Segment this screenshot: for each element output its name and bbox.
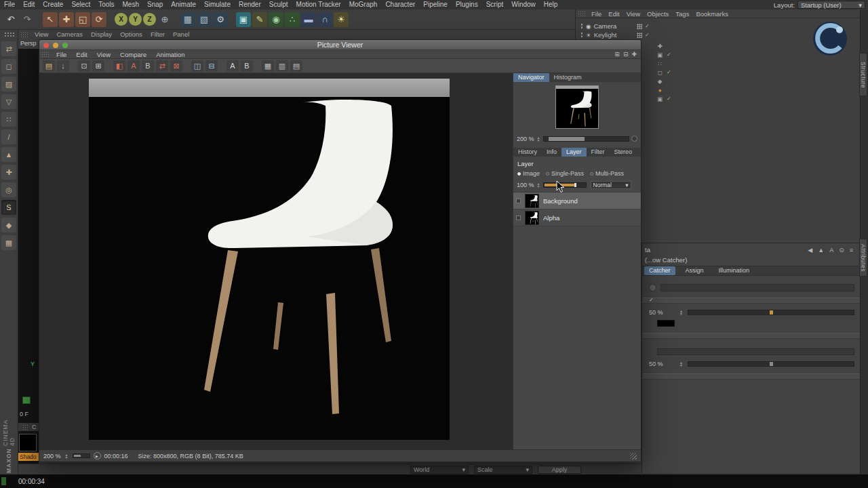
material-manager-menu[interactable]: C — [18, 423, 39, 431]
search-icon[interactable]: ⊙ — [839, 247, 844, 253]
status-stepper-icon[interactable]: ▲▼ — [64, 453, 69, 459]
workplane-lock-icon[interactable]: ◆ — [1, 218, 16, 232]
app-menu-item[interactable]: Render — [235, 0, 265, 9]
layout-rows-icon[interactable]: ▥ — [276, 60, 288, 72]
tag-state-icon[interactable]: ✓ — [667, 96, 671, 102]
object-manager-menu-item[interactable]: Objects — [644, 9, 672, 18]
tag-icon[interactable]: ✚ — [656, 43, 663, 49]
navigator-thumbnail[interactable] — [555, 85, 599, 129]
visibility-dots-icon[interactable] — [580, 32, 583, 38]
apply-button[interactable]: Apply — [538, 466, 581, 474]
app-menu-item[interactable]: Pipeline — [419, 0, 452, 9]
swap-ab-icon[interactable]: ⇄ — [156, 60, 168, 72]
visibility-dots-icon[interactable] — [580, 23, 583, 29]
app-menu-item[interactable]: Sculpt — [265, 0, 292, 9]
palette-grip[interactable] — [4, 32, 14, 37]
axis-y-lock-button[interactable]: Y — [129, 13, 142, 26]
app-menu-item[interactable]: Script — [482, 0, 508, 9]
object-manager-menu-item[interactable]: View — [623, 9, 644, 18]
opacity-slider-1[interactable] — [688, 310, 854, 315]
viewport-menu-item[interactable]: Panel — [169, 30, 193, 39]
pass-mode-option[interactable]: Single-Pass — [546, 170, 584, 177]
clear-compare-icon[interactable]: ⊠ — [170, 60, 182, 72]
arrange-icon[interactable]: A — [829, 247, 833, 253]
tag-state-icon[interactable]: ✓ — [667, 69, 671, 75]
vertical-tab-attributes[interactable]: Attributes — [859, 239, 867, 277]
object-manager-menu-item[interactable]: Tags — [672, 9, 692, 18]
polygons-mode-icon[interactable]: ▲ — [1, 147, 16, 162]
app-menu-item[interactable]: Mesh — [119, 0, 143, 9]
layer-row[interactable]: Background — [513, 192, 641, 209]
render-region-icon[interactable]: ▧ — [197, 12, 212, 27]
coordinate-mode-select[interactable]: Scale ▾ — [474, 466, 532, 474]
viewport-solo-icon[interactable]: ◎ — [1, 182, 16, 197]
color-swatch[interactable] — [657, 320, 675, 327]
toolbar-icon[interactable] — [108, 12, 113, 27]
app-menu-item[interactable]: Help — [540, 0, 562, 9]
opacity-value-2[interactable]: 50 % — [649, 361, 675, 367]
edges-mode-icon[interactable]: / — [1, 129, 16, 144]
pen-spline-icon[interactable]: ✎ — [252, 12, 267, 27]
layout-select[interactable]: Startup (User) ▾ — [797, 1, 865, 9]
attribute-tab[interactable]: Catcher — [644, 266, 675, 275]
fit-to-view-icon[interactable]: ⊡ — [78, 60, 90, 72]
viewport-menu-item[interactable]: Options — [116, 30, 146, 39]
tag-icon[interactable]: ◆ — [656, 78, 663, 85]
tag-icon[interactable]: ▣ — [656, 52, 663, 58]
info-tab[interactable]: Filter — [587, 148, 610, 157]
save-image-icon[interactable]: ↓ — [57, 60, 69, 72]
app-menu-item[interactable]: Tools — [94, 0, 118, 9]
tag-icon[interactable]: ◻ — [656, 69, 663, 76]
opacity-stepper-icon[interactable]: ▲▼ — [536, 182, 541, 188]
opacity-slider-2[interactable] — [688, 361, 854, 367]
viewport-label[interactable]: Persp — [20, 40, 37, 47]
scale-tool-icon[interactable]: ◱ — [75, 12, 90, 27]
render-settings-icon[interactable]: ⚙ — [213, 12, 228, 27]
stepper-icon[interactable]: ▲▼ — [679, 361, 684, 367]
zoom-value[interactable]: 200 % — [517, 136, 534, 142]
object-row[interactable]: ☀ Keylight ✓ — [576, 30, 664, 39]
light-object-icon[interactable]: ☀ — [334, 12, 349, 27]
sky-object-icon[interactable]: ∩ — [317, 12, 332, 27]
texture-mode-icon[interactable]: ▨ — [1, 77, 16, 92]
nav-up-icon[interactable]: ▲ — [818, 247, 824, 253]
navigator-tab[interactable]: Histogram — [549, 73, 587, 82]
info-tab[interactable]: Layer — [561, 148, 587, 157]
points-mode-icon[interactable]: ∷ — [1, 112, 16, 127]
opacity-value-1[interactable]: 50 % — [649, 309, 675, 316]
pin-window-icon[interactable]: ✚ — [631, 51, 637, 58]
attribute-tab[interactable]: Assign — [681, 266, 709, 275]
pv-toolbar-icon[interactable] — [255, 60, 260, 72]
vertical-tab-structure[interactable]: Structure — [859, 53, 867, 96]
layer-opacity-value[interactable]: 100 % — [517, 182, 534, 188]
object-row[interactable]: ◉ Camera ✓ — [576, 22, 664, 30]
app-menu-item[interactable]: Motion Tracker — [292, 0, 345, 9]
move-tool-icon[interactable]: ✚ — [59, 12, 74, 27]
redo-icon[interactable]: ↷ — [20, 12, 35, 27]
object-manager-menu-item[interactable]: Edit — [605, 9, 623, 18]
rendered-image[interactable] — [89, 79, 450, 440]
enable-axis-icon[interactable]: ✚ — [1, 165, 16, 180]
enabled-check-icon[interactable]: ✓ — [645, 32, 650, 38]
app-menu-item[interactable]: Edit — [19, 0, 39, 9]
keyframe-swatch[interactable] — [22, 396, 31, 404]
app-menu-item[interactable]: MoGraph — [345, 0, 382, 9]
expand-icon[interactable] — [516, 199, 521, 203]
live-selection-icon[interactable]: ↖ — [43, 12, 58, 27]
picture-viewer-menu-item[interactable]: Animation — [151, 50, 189, 59]
toolbar-icon[interactable] — [36, 12, 41, 27]
attribute-tab[interactable]: Illumination — [714, 266, 755, 275]
nav-back-icon[interactable]: ◀ — [808, 247, 812, 253]
app-menu-item[interactable]: Create — [39, 0, 67, 9]
app-menu-item[interactable]: Simulate — [200, 0, 235, 9]
make-editable-icon[interactable]: ⇄ — [1, 41, 16, 56]
open-image-icon[interactable]: ▤ — [43, 60, 55, 72]
info-tab[interactable]: Stereo — [610, 148, 637, 157]
array-generator-icon[interactable]: ∴ — [285, 12, 300, 27]
info-tab[interactable]: Info — [542, 148, 561, 157]
viewport-menu-item[interactable]: Display — [87, 30, 116, 39]
zoom-slider[interactable] — [543, 136, 629, 142]
viewport-menu-item[interactable]: Filter — [146, 30, 169, 39]
toolbar-icon[interactable] — [174, 12, 179, 27]
pv-toolbar-icon[interactable] — [220, 60, 224, 72]
